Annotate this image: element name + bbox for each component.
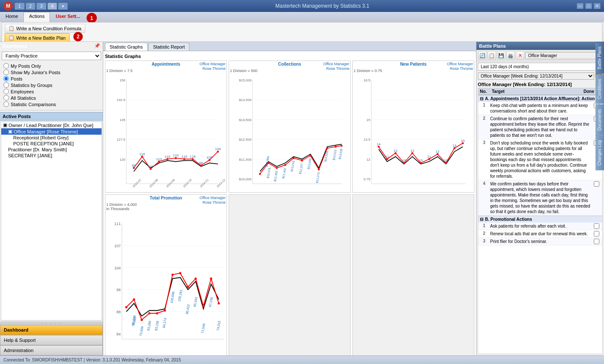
bp-item-b3-check[interactable] [592,239,601,244]
tab-statistic-graphs[interactable]: Statistic Graphs [105,43,148,51]
save-button[interactable]: 💾 [497,51,505,60]
period-select[interactable]: Last 120 days (4 months) [478,63,603,71]
bp-section-b-label: B. Promotional Actions [485,217,532,222]
title-tab-3[interactable]: 3 [36,3,46,10]
ribbon: Home Actions User Sett... 1 📋 Write a Ne… [0,12,604,42]
bp-item-a4-check[interactable] [592,181,601,187]
bp-item-b1-check[interactable] [592,223,601,229]
print-button[interactable]: 🖨️ [506,51,515,60]
close-button[interactable]: ✕ [594,3,601,9]
tree-item-owner[interactable]: ▣ Owner / Lead Practitioner [Dr. John Qu… [1,122,102,128]
svg-point-132 [179,272,181,274]
tree-item-office-manager[interactable]: ▣ Office Manager [Rose Throme] [1,128,102,135]
svg-text:$12,355: $12,355 [273,170,278,182]
refresh-button[interactable]: 🔄 [478,51,487,60]
center-content: Statistic Graphs Appointments 1 Division… [103,51,476,355]
svg-text:107: 107 [114,244,121,248]
practice-select[interactable]: Family Practice [2,52,101,60]
practice-section: Family Practice [0,50,103,62]
bp-section-a-expand[interactable]: ⊟ [480,96,483,101]
tree-item-label: Practitioner [Dr. Mary Smith] [8,147,67,152]
help-support-nav-button[interactable]: Help & Support [0,335,103,345]
bp-item-a4-text: We confirm patients two days before thei… [490,181,590,214]
svg-text:10: 10 [402,159,406,162]
new-condition-formula-button[interactable]: 📋 Write a New Condition Formula [5,24,85,33]
radio-stat-comp[interactable]: Statistic Comparisons [3,101,99,107]
svg-point-120 [133,298,135,300]
side-tab-battle-plans[interactable]: Battle Plans [595,42,604,74]
side-tab-conditions[interactable]: Conditions [595,74,604,104]
bp-section-b-expand[interactable]: ⊟ [480,217,483,222]
svg-text:12: 12 [436,150,440,153]
tree-item-label: Owner / Lead Practitioner [Dr. John Que] [9,123,93,128]
title-tab-2[interactable]: 2 [26,3,36,10]
bp-item-b1-text: Ask patients for referrals after each vi… [490,223,590,229]
svg-text:$10,576: $10,576 [266,168,271,179]
bp-item-b3-num: 3 [480,239,488,243]
svg-text:71,549: 71,549 [200,323,206,334]
tree-item-receptionist[interactable]: Receptionist [Robert Grey] [1,135,102,141]
bp-item-b2-check[interactable] [592,231,601,237]
title-tab-4[interactable]: 4 [47,3,58,10]
title-tab-1[interactable]: 1 [15,3,25,10]
radio-juniors[interactable]: Show My Junior's Posts [3,69,99,75]
svg-text:83,236: 83,236 [154,321,160,331]
svg-text:$10,000: $10,000 [239,177,252,181]
pin-icon[interactable]: 📌 [94,43,100,49]
svg-text:83,280: 83,280 [146,321,152,331]
tab-statistic-report[interactable]: Statistic Report [148,43,190,51]
radio-employees[interactable]: Employees [3,88,99,95]
new-patients-manager: Office ManagerRose Throme [447,62,473,71]
svg-text:100,696: 100,696 [170,291,176,303]
radio-stat-groups[interactable]: Statistics by Groups [3,82,99,88]
tab-user-settings[interactable]: User Sett... [50,12,85,22]
radio-all-stats[interactable]: All Statistics [3,95,99,101]
svg-text:84: 84 [116,332,121,336]
tab-actions[interactable]: Actions [23,12,50,22]
svg-text:$13,049: $13,049 [307,158,312,169]
dashboard-nav-button[interactable]: Dashboard [0,325,103,335]
svg-point-124 [148,312,151,314]
manager-select[interactable]: Office Manager [525,52,602,59]
svg-point-136 [195,277,197,280]
condition-formula-icon: 📋 [9,26,15,31]
svg-text:85: 85 [132,164,136,168]
bp-header: No. Target Done [478,88,602,95]
tree-item-label: SECRETARY [JANE] [8,153,52,158]
appointments-division: 1 Division = 7.5 [106,69,133,73]
side-tab-changes-log[interactable]: Changes Log [595,136,604,170]
center-tabs: Statistic Graphs Statistic Report [103,42,476,51]
tree-item-poste[interactable]: POSTE RECEPTION [JANE] [1,141,102,147]
svg-text:73,659: 73,659 [139,326,144,337]
svg-point-140 [210,277,212,280]
svg-text:110: 110 [173,153,179,157]
radio-stat-comp-label: Statistic Comparisons [11,102,56,107]
week-ending-select[interactable]: Office Manager [Week Ending: 12/13/2014] [478,72,594,80]
radio-posts[interactable]: Posts [3,75,99,82]
bp-item-b2-text: Renew local ads that are due for renewal… [490,231,590,237]
tree-item-practitioner[interactable]: Practitioner [Dr. Mary Smith] [1,147,102,153]
tab-home[interactable]: Home [0,12,23,22]
tree-item-secretary[interactable]: SECRETARY [JANE] [1,153,102,159]
minimize-button[interactable]: — [577,3,584,9]
new-battle-plan-button[interactable]: 📋 Write a New Battle Plan 2 [5,33,70,42]
title-tab-arrow[interactable]: ▾ [58,3,68,10]
svg-text:105,281: 105,281 [177,289,183,302]
svg-point-61 [301,159,303,162]
appointments-graph: Appointments 1 Division = 7.5 Office Man… [105,61,227,193]
svg-text:12: 12 [410,149,415,153]
sidebar-resize-handle[interactable]: · · · · · [0,321,103,325]
svg-text:84,274: 84,274 [162,318,168,329]
administration-nav-button[interactable]: Administration [0,345,103,355]
side-tab-documents[interactable]: Documents [595,104,604,136]
title-tabs: 1 2 3 4 ▾ [15,3,68,10]
svg-text:13.5: 13.5 [363,138,370,142]
restore-button[interactable]: □ [585,3,592,9]
app-logo[interactable]: M [3,1,13,11]
radio-my-posts[interactable]: My Posts Only [3,63,99,69]
delete-button[interactable]: ✕ [516,51,524,60]
svg-text:2014-08: 2014-08 [149,178,159,188]
radio-stat-groups-label: Statistics by Groups [11,83,52,88]
copy-button[interactable]: 📋 [488,51,496,60]
collections-division: 1 Division = 500 [230,69,257,73]
